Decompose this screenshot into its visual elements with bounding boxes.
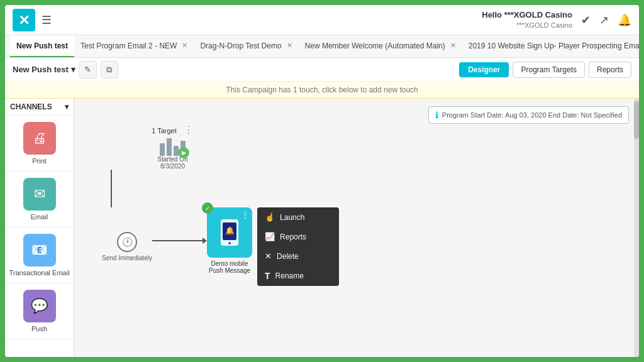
copy-icon: ⧉ (106, 65, 112, 75)
reports-icon: 📈 (265, 232, 275, 241)
tab-close-3[interactable]: ✕ (450, 41, 456, 50)
channel-print[interactable]: 🖨 Print (5, 116, 74, 172)
scrollbar-thumb[interactable] (634, 101, 639, 139)
send-label: Send Immediately (102, 255, 152, 261)
bar2 (167, 138, 172, 156)
tab-new-push-test[interactable]: New Push test (10, 35, 74, 57)
info-icon: ℹ (435, 110, 438, 120)
push-message-node[interactable]: ✓ ⋮ 🔔 (207, 207, 252, 258)
svg-text:✕: ✕ (18, 13, 30, 28)
dropdown-chevron: ▾ (71, 65, 75, 74)
campaign-name-dropdown[interactable]: New Push test ▾ (13, 65, 75, 74)
channel-push[interactable]: 💬 Push (5, 283, 74, 339)
rename-icon: T (265, 271, 270, 281)
hello-name: Hello ***XGOLD Casino (482, 10, 572, 21)
channels-sidebar: CHANNELS ▾ 🖨 Print ✉ Email 📧 Transaction… (5, 99, 74, 357)
designer-button[interactable]: Designer (459, 62, 509, 77)
campaign-toolbar: New Push test ▾ ✎ ⧉ Designer Program Tar… (5, 58, 639, 82)
menu-item-launch[interactable]: ☝ Launch (257, 207, 339, 227)
print-icon: 🖨 (23, 122, 56, 155)
reports-button[interactable]: Reports (589, 62, 631, 78)
email-icon: ✉ (23, 178, 56, 211)
launch-icon: ☝ (265, 212, 275, 222)
program-date-badge: ℹ Program Start Date: Aug 03, 2020 End D… (428, 106, 629, 124)
arrow-line (152, 240, 203, 241)
vertical-scrollbar[interactable] (634, 99, 639, 357)
push-node-menu-button[interactable]: ⋮ (241, 210, 250, 220)
tabs-bar: New Push test Test Program Email 2 - NEW… (5, 35, 639, 58)
start-bars-container: ▶ (160, 138, 186, 156)
start-node-menu[interactable]: ⋮ (184, 124, 194, 135)
timer-node: 🕐 (117, 232, 137, 252)
timer-container: 🕐 Send Immediately (102, 232, 152, 261)
canvas-area: ℹ Program Start Date: Aug 03, 2020 End D… (74, 99, 639, 357)
bell-icon[interactable]: 🔔 (618, 13, 631, 27)
flow-line-v (111, 170, 112, 207)
hello-sub: ***XGOLD Casino (482, 21, 572, 30)
tab-test-program-email[interactable]: Test Program Email 2 - NEW ✕ (74, 35, 194, 57)
push-node-label: Demo mobile Push Message (207, 260, 252, 274)
program-date-text: Program Start Date: Aug 03, 2020 End Dat… (442, 111, 622, 119)
start-node: 1 Target ⋮ ▶ Started (93, 124, 252, 170)
channel-push-label: Push (31, 325, 47, 332)
header: ✕ ☰ Hello ***XGOLD Casino ***XGOLD Casin… (5, 5, 639, 35)
target-count: 1 Target ⋮ (152, 124, 194, 136)
toolbar-left: New Push test ▾ ✎ ⧉ (13, 61, 118, 79)
channel-trans-email-label: Transactional Email (9, 269, 69, 277)
campaign-name-label: New Push test (13, 65, 69, 74)
check-badge: ✓ (202, 202, 213, 214)
channels-label: CHANNELS (10, 102, 52, 111)
push-node-container: ✓ ⋮ 🔔 Demo mobil (207, 207, 252, 274)
flow-row: 🕐 Send Immediately ✓ ⋮ (102, 207, 252, 285)
context-menu: ☝ Launch 📈 Reports ✕ Delete (257, 207, 339, 286)
notification-text: This Campaign has 1 touch, click below t… (226, 85, 418, 94)
app-logo: ✕ (13, 9, 35, 31)
share-icon[interactable]: ↗ (599, 13, 609, 27)
bar1 (160, 143, 165, 156)
delete-icon: ✕ (265, 251, 272, 261)
tab-close-1[interactable]: ✕ (182, 41, 187, 50)
header-right: Hello ***XGOLD Casino ***XGOLD Casino ✔ … (482, 10, 631, 30)
program-targets-button[interactable]: Program Targets (513, 62, 584, 78)
tab-drag-n-drop[interactable]: Drag-N-Drop Test Demo ✕ (194, 35, 298, 57)
notification-bar: This Campaign has 1 touch, click below t… (5, 82, 639, 99)
edit-icon: ✎ (84, 65, 91, 74)
mobile-phone-icon: 🔔 (218, 218, 241, 247)
menu-icon[interactable]: ☰ (42, 13, 52, 27)
channel-transactional-email[interactable]: 📧 Transactional Email (5, 228, 74, 283)
transactional-email-icon: 📧 (23, 234, 56, 266)
menu-item-delete[interactable]: ✕ Delete (257, 246, 339, 266)
channels-header: CHANNELS ▾ (5, 99, 74, 116)
channels-collapse-icon[interactable]: ▾ (65, 102, 69, 111)
user-greeting: Hello ***XGOLD Casino ***XGOLD Casino (482, 10, 572, 30)
svg-point-4 (228, 242, 231, 244)
channel-print-label: Print (32, 157, 47, 165)
menu-item-reports[interactable]: 📈 Reports (257, 227, 339, 246)
toolbar-right: Designer Program Targets Reports (459, 62, 631, 78)
channel-email-label: Email (31, 213, 48, 221)
tab-close-2[interactable]: ✕ (287, 41, 292, 50)
tab-2019-website[interactable]: 2019 10 Website Sign Up- Player Prospect… (462, 35, 639, 57)
arrow-head (203, 238, 207, 244)
channel-email[interactable]: ✉ Email (5, 172, 74, 228)
verified-icon[interactable]: ✔ (581, 13, 591, 27)
flow-diagram: 1 Target ⋮ ▶ Started (93, 124, 252, 285)
main-area: CHANNELS ▾ 🖨 Print ✉ Email 📧 Transaction… (5, 99, 639, 357)
svg-text:🔔: 🔔 (225, 226, 235, 235)
copy-campaign-button[interactable]: ⧉ (101, 61, 118, 79)
menu-item-rename[interactable]: T Rename (257, 266, 339, 286)
arrow-container (152, 238, 207, 244)
tab-new-member-welcome[interactable]: New Member Welcome (Automated Main) ✕ (299, 35, 462, 57)
start-date-label: 8/3/2020 (160, 163, 185, 170)
push-icon: 💬 (23, 290, 56, 322)
play-button[interactable]: ▶ (178, 147, 189, 158)
edit-campaign-button[interactable]: ✎ (79, 61, 97, 79)
header-left: ✕ ☰ (13, 9, 52, 31)
